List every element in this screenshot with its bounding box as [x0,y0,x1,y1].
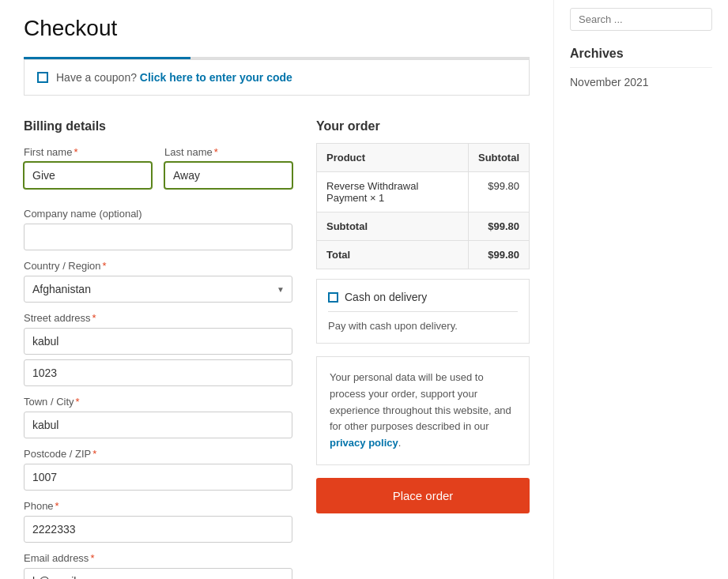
company-group: Company name (optional) [24,208,292,250]
cash-on-delivery-radio[interactable] [328,292,338,303]
col-product: Product [317,144,469,172]
checkout-form-area: Billing details First name* Last name* [24,119,530,579]
coupon-link[interactable]: Click here to enter your code [140,71,292,84]
postcode-label: Postcode / ZIP* [24,448,292,460]
phone-label: Phone* [24,500,292,512]
country-group: Country / Region* Afghanistan Albania Un… [24,260,292,303]
city-input[interactable] [24,412,292,438]
place-order-button[interactable]: Place order [316,478,530,513]
company-label: Company name (optional) [24,208,292,220]
search-input[interactable] [570,8,712,31]
order-table: Product Subtotal Reverse Withdrawal Paym… [316,143,530,269]
total-row: Total $99.80 [317,241,530,269]
subtotal-row: Subtotal $99.80 [317,212,530,241]
coupon-section: Have a coupon? Click here to enter your … [24,57,530,96]
city-group: Town / City* [24,396,292,438]
country-select-wrapper: Afghanistan Albania United States [24,276,292,303]
total-label: Total [317,241,469,269]
required-marker: * [74,146,77,158]
coupon-text: Have a coupon? Click here to enter your … [56,71,292,84]
postcode-input[interactable] [24,464,292,491]
subtotal-value: $99.80 [469,212,530,241]
street-input-2[interactable] [24,359,292,386]
street-group: Street address* [24,312,292,386]
required-marker: * [92,312,96,324]
email-group: Email address* [24,552,292,579]
privacy-text-1: Your personal data will be used to proce… [330,371,511,432]
required-marker: * [92,448,96,460]
order-title: Your order [316,119,530,133]
sidebar: Archives November 2021 [553,0,728,579]
order-section: Your order Product Subtotal Reverse With… [316,119,530,579]
city-label: Town / City* [24,396,292,408]
billing-title: Billing details [24,119,292,133]
archive-item[interactable]: November 2021 [570,76,712,88]
required-marker: * [90,552,94,564]
first-name-input[interactable] [24,162,152,189]
archives-title: Archives [570,47,712,68]
first-name-group: First name* [24,146,152,189]
name-row: First name* Last name* [24,146,292,198]
payment-option: Cash on delivery [328,291,518,303]
required-marker: * [76,396,80,408]
required-marker: * [214,146,218,158]
product-price: $99.80 [469,172,530,212]
privacy-text-2: . [398,437,402,449]
last-name-group: Last name* [164,146,292,189]
last-name-input[interactable] [164,162,292,189]
phone-group: Phone* [24,500,292,543]
subtotal-label: Subtotal [317,212,469,241]
payment-description: Pay with cash upon delivery. [328,311,518,332]
privacy-policy-link[interactable]: privacy policy [330,437,398,449]
company-input[interactable] [24,224,292,250]
payment-label: Cash on delivery [345,291,427,303]
first-name-label: First name* [24,146,152,158]
table-row: Reverse Withdrawal Payment × 1 $99.80 [317,172,530,212]
total-value: $99.80 [469,241,530,269]
coupon-bar: Have a coupon? Click here to enter your … [24,59,530,96]
billing-section: Billing details First name* Last name* [24,119,292,579]
required-marker: * [103,260,107,272]
email-label: Email address* [24,552,292,564]
country-label: Country / Region* [24,260,292,272]
payment-box: Cash on delivery Pay with cash upon deli… [316,279,530,344]
coupon-icon [37,72,48,83]
email-input[interactable] [24,568,292,579]
required-marker: * [55,500,59,512]
country-select[interactable]: Afghanistan Albania United States [24,276,292,303]
street-input-1[interactable] [24,328,292,355]
postcode-group: Postcode / ZIP* [24,448,292,491]
street-label: Street address* [24,312,292,324]
privacy-box: Your personal data will be used to proce… [316,356,530,465]
last-name-label: Last name* [164,146,292,158]
sidebar-search [570,8,712,31]
col-subtotal: Subtotal [469,144,530,172]
product-name: Reverse Withdrawal Payment × 1 [317,172,469,212]
page-title: Checkout [24,16,530,41]
phone-input[interactable] [24,516,292,543]
